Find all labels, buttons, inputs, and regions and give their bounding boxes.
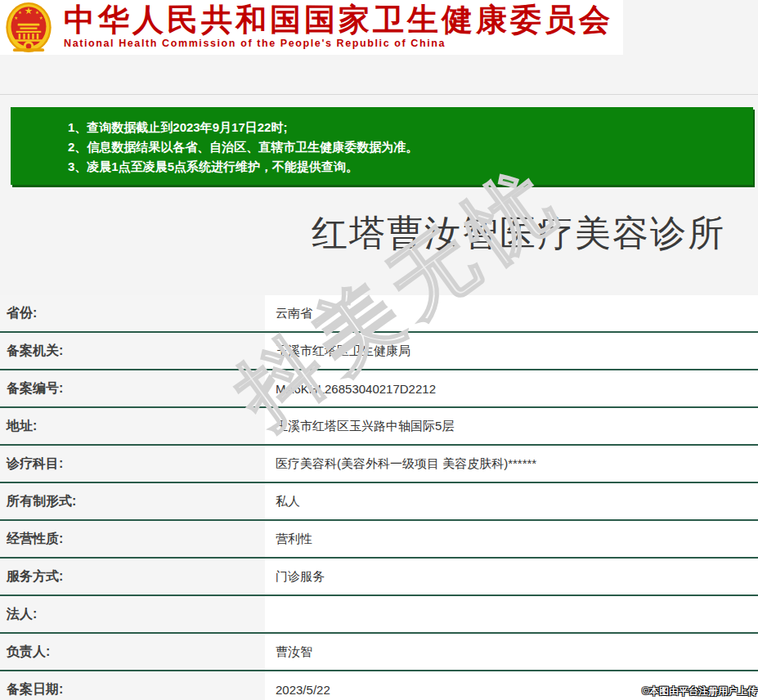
notice-box: 1、查询数据截止到2023年9月17日22时; 2、信息数据结果以各省、自治区、… bbox=[11, 107, 753, 185]
field-label: 诊疗科目: bbox=[0, 446, 265, 482]
field-value: 门诊服务 bbox=[265, 559, 758, 595]
field-value: 医疗美容科(美容外科一级项目 美容皮肤科)****** bbox=[265, 446, 758, 482]
table-row: 负责人: 曹汝智 bbox=[0, 634, 758, 671]
field-label: 法人: bbox=[0, 596, 265, 632]
field-label: 省份: bbox=[0, 295, 265, 331]
field-label: 服务方式: bbox=[0, 559, 265, 595]
site-title-english: National Health Commission of the People… bbox=[64, 38, 613, 49]
record-table: 省份: 云南省 备案机关: 玉溪市红塔区卫生健康局 备案编号: MA6KHL26… bbox=[0, 295, 758, 700]
table-row: 服务方式: 门诊服务 bbox=[0, 559, 758, 596]
field-label: 经营性质: bbox=[0, 521, 265, 557]
site-header: 中华人民共和国国家卫生健康委员会 National Health Commiss… bbox=[0, 0, 623, 55]
field-label: 备案机关: bbox=[0, 333, 265, 369]
notice-line-1: 1、查询数据截止到2023年9月17日22时; bbox=[68, 118, 745, 137]
field-label: 地址: bbox=[0, 408, 265, 444]
table-row: 备案机关: 玉溪市红塔区卫生健康局 bbox=[0, 333, 758, 370]
table-row: 法人: bbox=[0, 596, 758, 634]
field-value: 玉溪市红塔区玉兴路中轴国际5层 bbox=[265, 408, 758, 444]
site-title-chinese: 中华人民共和国国家卫生健康委员会 bbox=[64, 2, 613, 37]
upload-credit-note: ©本图由平台注册用户上传 bbox=[642, 684, 757, 698]
table-row: 省份: 云南省 bbox=[0, 295, 758, 333]
field-value: 营利性 bbox=[265, 521, 758, 557]
institution-name: 红塔曹汝智医疗美容诊所 bbox=[0, 209, 758, 258]
field-value: 私人 bbox=[265, 483, 758, 519]
field-label: 备案编号: bbox=[0, 370, 265, 406]
field-label: 备案日期: bbox=[0, 671, 265, 700]
field-value: 曹汝智 bbox=[265, 634, 758, 670]
table-row: 诊疗科目: 医疗美容科(美容外科一级项目 美容皮肤科)****** bbox=[0, 446, 758, 483]
field-label: 所有制形式: bbox=[0, 483, 265, 519]
header-titles: 中华人民共和国国家卫生健康委员会 National Health Commiss… bbox=[64, 2, 613, 49]
table-row: 经营性质: 营利性 bbox=[0, 521, 758, 559]
table-row: 备案编号: MA6KHL26853040217D2212 bbox=[0, 370, 758, 408]
field-label: 负责人: bbox=[0, 634, 265, 670]
field-value: 云南省 bbox=[265, 295, 758, 331]
header-divider bbox=[0, 94, 758, 95]
china-national-emblem-icon bbox=[5, 2, 52, 53]
field-value: MA6KHL26853040217D2212 bbox=[265, 370, 758, 406]
table-row: 所有制形式: 私人 bbox=[0, 483, 758, 521]
field-value bbox=[265, 596, 758, 632]
notice-line-2: 2、信息数据结果以各省、自治区、直辖市卫生健康委数据为准。 bbox=[68, 137, 745, 157]
notice-line-3: 3、凌晨1点至凌晨5点系统进行维护，不能提供查询。 bbox=[68, 157, 745, 177]
table-row: 地址: 玉溪市红塔区玉兴路中轴国际5层 bbox=[0, 408, 758, 446]
field-value: 玉溪市红塔区卫生健康局 bbox=[265, 333, 758, 369]
